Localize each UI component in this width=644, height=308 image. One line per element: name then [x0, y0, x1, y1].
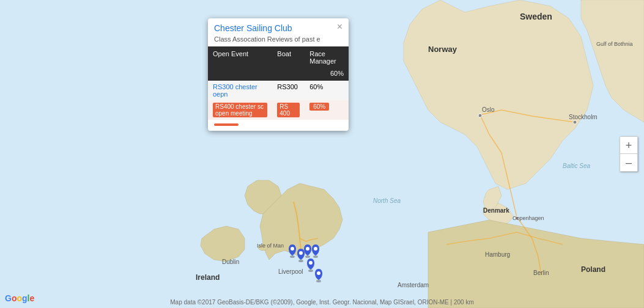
boat-1: RS300 — [272, 81, 305, 100]
svg-text:Ireland: Ireland — [196, 273, 220, 282]
svg-text:Copenhagen: Copenhagen — [513, 215, 544, 221]
boat-badge-2: RS 400 — [277, 103, 300, 117]
svg-text:Gulf of Bothnia: Gulf of Bothnia — [596, 41, 633, 47]
event-link-1[interactable]: RS300 chester oepn — [213, 83, 257, 98]
event-badge-2[interactable]: RS400 chester sc open meeting — [213, 103, 267, 117]
popup-close-button[interactable]: × — [337, 22, 342, 32]
svg-text:Liverpool: Liverpool — [278, 268, 303, 275]
map-attribution: Map data ©2017 GeoBasis-DE/BKG (©2009), … — [170, 299, 473, 306]
table-row: RS300 chester oepn RS300 60% — [208, 81, 349, 100]
svg-point-2 — [478, 114, 482, 117]
header-pct-value: 60% — [305, 68, 349, 81]
svg-text:Stockholm: Stockholm — [569, 114, 598, 120]
event-name-1[interactable]: RS300 chester oepn — [208, 81, 272, 100]
table-header-row: Open Event Boat Race Manager — [208, 46, 349, 68]
event-name-2[interactable]: RS400 chester sc open meeting — [208, 100, 272, 120]
svg-text:Poland: Poland — [581, 265, 605, 274]
svg-text:Isle of Man: Isle of Man — [257, 243, 284, 249]
svg-text:Oslo: Oslo — [482, 106, 495, 113]
svg-point-23 — [291, 247, 294, 251]
google-logo: Google — [5, 293, 34, 303]
popup-subtitle: Class Assocation Reviews of past e — [208, 35, 349, 46]
footer-bar — [214, 123, 239, 126]
google-letter-e: e — [29, 293, 34, 303]
svg-point-28 — [313, 255, 318, 258]
svg-point-27 — [306, 247, 309, 251]
pct-badge-2: 60% — [309, 103, 329, 111]
svg-point-32 — [316, 280, 321, 282]
svg-point-33 — [317, 271, 320, 275]
table-row: RS400 chester sc open meeting RS 400 60% — [208, 100, 349, 120]
svg-text:Norway: Norway — [428, 45, 457, 54]
col-header-event: Open Event — [208, 46, 272, 68]
svg-text:Berlin: Berlin — [533, 270, 549, 276]
svg-text:Baltic Sea: Baltic Sea — [563, 163, 590, 169]
svg-point-24 — [298, 260, 303, 262]
popup-header: Chester Sailing Club × — [208, 18, 349, 35]
popup-title: Chester Sailing Club — [214, 23, 292, 33]
svg-point-30 — [308, 270, 313, 272]
svg-text:Amsterdam: Amsterdam — [398, 282, 429, 288]
header-pct-empty — [208, 68, 305, 81]
google-letter-o2: o — [17, 293, 22, 303]
pct-1: 60% — [305, 81, 349, 100]
info-popup: Chester Sailing Club × Class Assocation … — [208, 18, 349, 131]
col-header-boat: Boat — [272, 46, 305, 68]
popup-footer — [208, 120, 349, 131]
svg-text:Sweden: Sweden — [520, 12, 552, 21]
svg-point-22 — [290, 255, 295, 258]
map-container: Sweden Norway Oslo Stockholm Gulf of Bot… — [0, 0, 644, 308]
svg-point-26 — [305, 255, 310, 258]
zoom-controls: + – — [620, 136, 638, 172]
svg-text:North Sea: North Sea — [373, 197, 401, 204]
boat-2: RS 400 — [272, 100, 305, 120]
svg-point-3 — [573, 120, 577, 124]
google-letter-g2: g — [22, 293, 28, 303]
header-pct-row: 60% — [208, 68, 349, 81]
col-header-race: Race Manager — [305, 46, 349, 68]
svg-text:Denmark: Denmark — [483, 207, 509, 214]
zoom-in-button[interactable]: + — [620, 137, 637, 154]
google-letter-g: G — [5, 293, 12, 303]
svg-text:Hamburg: Hamburg — [485, 251, 510, 258]
pct-2: 60% — [305, 100, 349, 120]
svg-point-31 — [309, 261, 313, 265]
zoom-out-button[interactable]: – — [620, 154, 637, 171]
svg-point-29 — [314, 247, 317, 251]
svg-text:Dublin: Dublin — [222, 258, 239, 265]
popup-table: Open Event Boat Race Manager 60% RS300 c… — [208, 46, 349, 120]
svg-point-25 — [299, 251, 303, 255]
